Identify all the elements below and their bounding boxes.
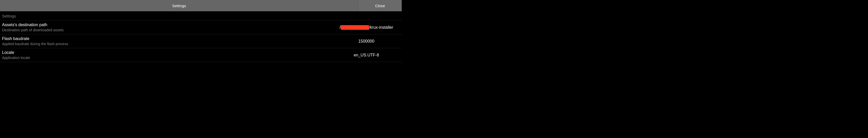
setting-value: en_US.UTF-8 bbox=[333, 53, 400, 57]
close-button[interactable]: Close bbox=[358, 0, 402, 11]
setting-value: 1500000 bbox=[333, 39, 400, 44]
setting-row-locale[interactable]: Locale Application locale en_US.UTF-8 bbox=[0, 48, 402, 62]
setting-description: Applied baudrate during the flash proces… bbox=[2, 42, 333, 46]
setting-info: Flash baudrate Applied baudrate during t… bbox=[2, 36, 333, 46]
redacted-path-segment bbox=[341, 25, 369, 30]
header-title: Settings bbox=[0, 0, 358, 11]
setting-row-flash-baudrate[interactable]: Flash baudrate Applied baudrate during t… bbox=[0, 34, 402, 48]
path-prefix: / bbox=[339, 25, 340, 30]
setting-description: Destination path of downloaded assets bbox=[2, 28, 333, 32]
setting-info: Locale Application locale bbox=[2, 50, 333, 60]
setting-title: Locale bbox=[2, 50, 333, 55]
setting-info: Assets's destination path Destination pa… bbox=[2, 23, 333, 32]
setting-title: Flash baudrate bbox=[2, 36, 333, 41]
setting-value: //krux-installer bbox=[333, 25, 400, 30]
section-header: Settings bbox=[0, 11, 402, 21]
setting-description: Application locale bbox=[2, 56, 333, 60]
setting-title: Assets's destination path bbox=[2, 23, 333, 27]
setting-row-destination-path[interactable]: Assets's destination path Destination pa… bbox=[0, 21, 402, 34]
header-bar: Settings Close bbox=[0, 0, 402, 11]
path-suffix: /krux-installer bbox=[369, 25, 393, 30]
